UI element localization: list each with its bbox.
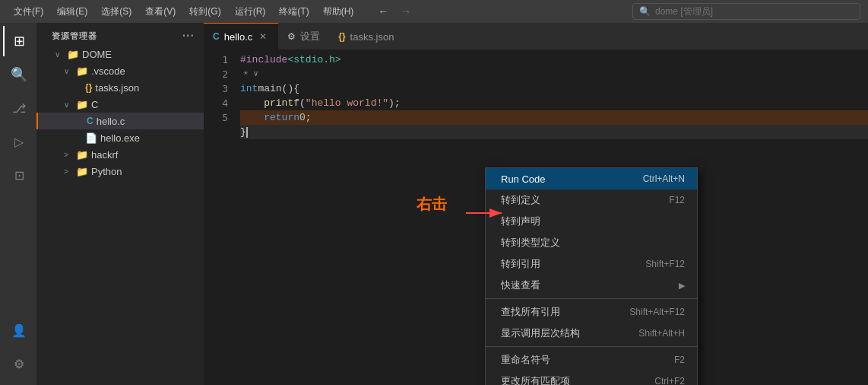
menu-goto-ref-shortcut: Shift+F12 <box>645 259 685 269</box>
title-bar: 文件(F) 编辑(E) 选择(S) 查看(V) 转到(G) 运行(R) 终端(T… <box>0 0 868 23</box>
code-line-2: int main(){ <box>240 81 868 96</box>
hackrf-label: hackrf <box>91 149 118 161</box>
tab-tasks[interactable]: {} tasks.json <box>329 23 403 49</box>
menu-item-goto-ref[interactable]: 转到引用 Shift+F12 <box>486 253 697 275</box>
sidebar-item-tasks[interactable]: {} tasks.json <box>36 79 204 96</box>
search-bar[interactable]: 🔍 <box>632 3 860 20</box>
back-button[interactable]: ← <box>373 4 393 19</box>
tab-c-icon: C <box>213 31 220 42</box>
activity-explorer[interactable]: ⊞ <box>3 26 33 56</box>
main-layout: ⊞ 🔍 ⎇ ▷ ⊡ 👤 ⚙ 资源管理器 ··· ∨ 📁 DOME ∨ 📁 . <box>0 23 868 385</box>
code-token: printf <box>264 96 299 110</box>
activity-settings-gear[interactable]: ⚙ <box>3 348 33 379</box>
code-token: ( <box>299 96 306 110</box>
code-token <box>240 110 264 125</box>
editor-area: C hello.c ✕ ⚙ 设置 {} tasks.json 1 2 3 4 5 <box>204 23 868 385</box>
menu-item-find-all-ref[interactable]: 查找所有引用 Shift+Alt+F12 <box>486 301 697 323</box>
code-token: } <box>240 125 246 139</box>
c-folder-label: C <box>91 99 98 110</box>
sidebar-options[interactable]: ··· <box>182 29 195 43</box>
sidebar-item-python[interactable]: > 📁 Python <box>36 163 204 180</box>
tab-hello-c-close[interactable]: ✕ <box>257 30 269 43</box>
sidebar-item-vscode[interactable]: ∨ 📁 .vscode <box>36 62 204 79</box>
hello-c-icon: C <box>87 116 93 126</box>
menu-help[interactable]: 帮助(H) <box>317 4 360 20</box>
code-token: return <box>264 110 299 125</box>
menu-item-goto-type[interactable]: 转到类型定义 <box>486 232 697 253</box>
activity-source-control[interactable]: ⎇ <box>3 93 33 123</box>
tab-settings-icon: ⚙ <box>287 31 296 42</box>
menu-item-rename[interactable]: 重命名符号 F2 <box>486 349 697 371</box>
menu-run-code-label: Run Code <box>501 173 546 185</box>
menu-rename-shortcut: F2 <box>674 355 685 365</box>
tab-hello-c-label: hello.c <box>224 31 253 43</box>
menu-rename-label: 重命名符号 <box>501 353 550 367</box>
tab-settings-label: 设置 <box>300 30 320 43</box>
menu-goto-ref-label: 转到引用 <box>501 257 540 271</box>
sidebar-item-hello-exe[interactable]: 📄 hello.exe <box>36 129 204 146</box>
c-folder-icon: 📁 <box>76 99 88 110</box>
menu-change-all-label: 更改所有匹配项 <box>501 374 570 385</box>
hackrf-arrow: > <box>64 151 73 159</box>
c-folder-arrow: ∨ <box>64 100 73 109</box>
menu-select[interactable]: 选择(S) <box>95 4 138 20</box>
menu-item-change-all[interactable]: 更改所有匹配项 Ctrl+F2 <box>486 371 697 385</box>
code-token: main() <box>258 81 293 96</box>
python-label: Python <box>91 166 122 177</box>
cursor <box>246 127 248 138</box>
menu-item-peek[interactable]: 快速查看 ▶ <box>486 275 697 296</box>
sidebar-item-c-folder[interactable]: ∨ 📁 C <box>36 96 204 113</box>
code-editor[interactable]: 1 2 3 4 5 #include <stdio.h> ☀︎ ∨ int ma… <box>204 49 868 385</box>
hello-c-label: hello.c <box>97 116 125 127</box>
menu-item-goto-decl[interactable]: 转到声明 <box>486 211 697 232</box>
tab-hello-c[interactable]: C hello.c ✕ <box>204 23 278 49</box>
code-token: int <box>240 81 258 96</box>
code-token: #include <box>240 52 287 67</box>
right-click-arrow <box>462 198 508 228</box>
hello-exe-label: hello.exe <box>100 132 140 144</box>
code-token: 0 <box>299 110 306 125</box>
menu-find-all-ref-shortcut: Shift+Alt+F12 <box>629 307 685 317</box>
python-icon: 📁 <box>76 166 88 177</box>
sidebar-header: 资源管理器 ··· <box>36 23 204 46</box>
tab-bar: C hello.c ✕ ⚙ 设置 {} tasks.json <box>204 23 868 49</box>
menu-edit[interactable]: 编辑(E) <box>51 4 93 20</box>
tasks-label: tasks.json <box>95 82 139 94</box>
code-token: { <box>293 81 299 96</box>
activity-bar: ⊞ 🔍 ⎇ ▷ ⊡ 👤 ⚙ <box>0 23 36 385</box>
menu-view[interactable]: 查看(V) <box>139 4 182 20</box>
activity-search[interactable]: 🔍 <box>3 59 33 90</box>
menu-terminal[interactable]: 终端(T) <box>273 4 315 20</box>
vscode-icon: 📁 <box>76 65 88 77</box>
tab-settings[interactable]: ⚙ 设置 <box>278 23 329 49</box>
activity-extensions[interactable]: ⊡ <box>3 160 33 190</box>
context-menu: Run Code Ctrl+Alt+N 转到定义 F12 转到声明 转到类型定义… <box>485 167 698 385</box>
hello-exe-icon: 📄 <box>85 132 97 144</box>
right-click-label: 右击 <box>417 194 447 215</box>
sidebar-item-dome[interactable]: ∨ 📁 DOME <box>36 46 204 62</box>
dome-icon: 📁 <box>67 49 79 60</box>
sidebar-item-hello-c[interactable]: C hello.c <box>36 113 204 129</box>
menu-item-run-code[interactable]: Run Code Ctrl+Alt+N <box>486 168 697 189</box>
code-token: ); <box>388 96 401 110</box>
line-numbers: 1 2 3 4 5 <box>204 49 234 385</box>
menu-goto[interactable]: 转到(G) <box>183 4 227 20</box>
tasks-icon: {} <box>85 82 92 93</box>
code-line-3: printf("hello world!"); <box>240 96 868 110</box>
code-line-5: } <box>240 125 868 139</box>
menu-bar: 文件(F) 编辑(E) 选择(S) 查看(V) 转到(G) 运行(R) 终端(T… <box>8 4 360 20</box>
menu-run[interactable]: 运行(R) <box>229 4 272 20</box>
menu-file[interactable]: 文件(F) <box>8 4 49 20</box>
peek-arrow: ▶ <box>679 281 685 291</box>
sidebar-title: 资源管理器 <box>52 30 97 42</box>
sidebar-item-hackrf[interactable]: > 📁 hackrf <box>36 146 204 163</box>
menu-separator-1 <box>486 298 697 299</box>
search-icon: 🔍 <box>639 6 651 17</box>
activity-accounts[interactable]: 👤 <box>3 315 33 345</box>
tab-tasks-icon: {} <box>338 31 345 42</box>
menu-item-goto-def[interactable]: 转到定义 F12 <box>486 189 697 211</box>
activity-debug[interactable]: ▷ <box>3 126 33 157</box>
forward-button[interactable]: → <box>396 4 416 19</box>
menu-item-show-calls[interactable]: 显示调用层次结构 Shift+Alt+H <box>486 323 697 344</box>
search-input[interactable] <box>655 6 854 17</box>
